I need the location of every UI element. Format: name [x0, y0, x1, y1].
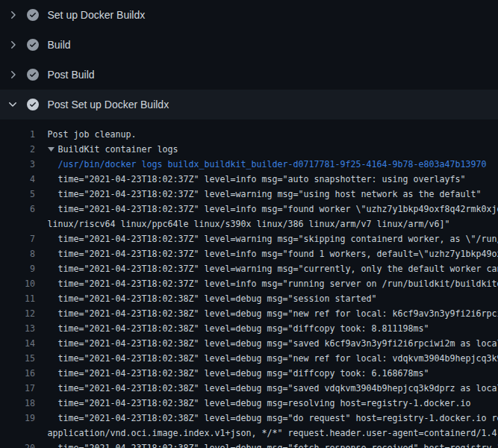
line-number[interactable]: 10 [0, 276, 35, 291]
line-number[interactable]: 5 [0, 187, 35, 202]
chevron-down-icon[interactable] [7, 99, 19, 111]
log-line-16: 16 time="2021-04-23T18:02:38Z" level=deb… [0, 366, 498, 381]
line-number[interactable]: 6 [0, 202, 35, 217]
log-text: time="2021-04-23T18:02:38Z" level=debug … [48, 443, 498, 448]
log-line-5: 5 time="2021-04-23T18:02:37Z" level=warn… [0, 187, 498, 202]
step-label: Post Set up Docker Buildx [48, 97, 169, 112]
log-text: time="2021-04-23T18:02:38Z" level=debug … [48, 383, 498, 393]
step-row-3[interactable]: Post Build [0, 60, 498, 90]
group-caret-icon[interactable] [48, 147, 55, 152]
log-line-6: 6 time="2021-04-23T18:02:37Z" level=info… [0, 202, 498, 217]
log-line-9: 9 time="2021-04-23T18:02:37Z" level=warn… [0, 261, 498, 276]
line-number[interactable]: 3 [0, 157, 35, 172]
log-text: /usr/bin/docker logs buildx_buildkit_bui… [48, 159, 487, 169]
log-line-19-wrap: application/vnd.oci.image.index.v1+json,… [0, 426, 498, 441]
line-number[interactable]: 7 [0, 231, 35, 246]
line-number[interactable]: 16 [0, 366, 35, 381]
log-text: Post job cleanup. [48, 129, 137, 140]
line-number[interactable]: 20 [0, 441, 35, 448]
line-number[interactable]: 14 [0, 336, 35, 351]
step-row-2[interactable]: Build [0, 30, 498, 60]
log-text: time="2021-04-23T18:02:38Z" level=debug … [48, 308, 498, 319]
log-text: time="2021-04-23T18:02:37Z" level=info m… [48, 204, 498, 214]
check-circle-icon [27, 9, 39, 21]
log-line-4: 4 time="2021-04-23T18:02:37Z" level=info… [0, 172, 498, 187]
step-row-1[interactable]: Set up Docker Buildx [0, 0, 498, 30]
log-line-10: 10 time="2021-04-23T18:02:37Z" level=inf… [0, 276, 498, 291]
line-number[interactable]: 11 [0, 291, 35, 306]
log-text: time="2021-04-23T18:02:38Z" level=debug … [48, 293, 377, 304]
log-line-2: 2BuildKit container logs [0, 142, 498, 157]
line-number[interactable]: 2 [0, 142, 35, 157]
log-text: time="2021-04-23T18:02:38Z" level=debug … [48, 398, 471, 408]
line-number[interactable]: 13 [0, 321, 35, 336]
log-text: time="2021-04-23T18:02:37Z" level=warnin… [48, 234, 498, 244]
line-number[interactable]: 19 [0, 411, 35, 426]
log-text: time="2021-04-23T18:02:37Z" level=warnin… [48, 189, 482, 199]
log-text: application/vnd.oci.image.index.v1+json,… [48, 428, 498, 438]
chevron-right-icon[interactable] [7, 39, 19, 51]
log-line-15: 15 time="2021-04-23T18:02:38Z" level=deb… [0, 351, 498, 366]
step-label: Set up Docker Buildx [48, 7, 146, 22]
line-number[interactable]: 8 [0, 246, 35, 261]
steps-list: Set up Docker BuildxBuildPost BuildPost … [0, 0, 498, 119]
log-text: time="2021-04-23T18:02:38Z" level=debug … [48, 413, 498, 423]
check-circle-icon [27, 69, 39, 81]
line-number[interactable]: 4 [0, 172, 35, 187]
log-line-11: 11 time="2021-04-23T18:02:38Z" level=deb… [0, 291, 498, 306]
chevron-right-icon[interactable] [7, 9, 19, 21]
line-number[interactable]: 17 [0, 381, 35, 396]
log-line-13: 13 time="2021-04-23T18:02:38Z" level=deb… [0, 321, 498, 336]
log-text[interactable]: BuildKit container logs [48, 142, 178, 157]
line-number[interactable]: 12 [0, 306, 35, 321]
check-circle-icon [27, 99, 39, 111]
log-text: time="2021-04-23T18:02:38Z" level=debug … [48, 353, 498, 364]
log-line-20: 20 time="2021-04-23T18:02:38Z" level=deb… [0, 441, 498, 448]
log-text: time="2021-04-23T18:02:37Z" level=warnin… [48, 264, 498, 274]
step-label: Build [48, 37, 71, 52]
log-line-14: 14 time="2021-04-23T18:02:38Z" level=deb… [0, 336, 498, 351]
chevron-right-icon[interactable] [7, 69, 19, 81]
log-line-7: 7 time="2021-04-23T18:02:37Z" level=warn… [0, 231, 498, 246]
log-text: time="2021-04-23T18:02:38Z" level=debug … [48, 338, 498, 349]
line-number[interactable]: 9 [0, 261, 35, 276]
line-number[interactable]: 1 [0, 127, 35, 142]
step-label: Post Build [48, 67, 95, 82]
log-line-12: 12 time="2021-04-23T18:02:38Z" level=deb… [0, 306, 498, 321]
log-text: time="2021-04-23T18:02:38Z" level=debug … [48, 323, 429, 334]
log-text: linux/riscv64 linux/ppc64le linux/s390x … [48, 219, 450, 229]
log-line-18: 18 time="2021-04-23T18:02:38Z" level=deb… [0, 396, 498, 411]
log-text: time="2021-04-23T18:02:38Z" level=debug … [48, 368, 429, 379]
log-line-3: 3 /usr/bin/docker logs buildx_buildkit_b… [0, 157, 498, 172]
check-circle-icon [27, 39, 39, 51]
log-line-17: 17 time="2021-04-23T18:02:38Z" level=deb… [0, 381, 498, 396]
log-text: time="2021-04-23T18:02:37Z" level=info m… [48, 279, 498, 289]
log-line-1: 1Post job cleanup. [0, 127, 498, 142]
log-view: 1Post job cleanup.2BuildKit container lo… [0, 119, 498, 448]
log-line-19: 19 time="2021-04-23T18:02:38Z" level=deb… [0, 411, 498, 426]
log-text: time="2021-04-23T18:02:37Z" level=info m… [48, 249, 498, 259]
log-line-6-wrap: linux/riscv64 linux/ppc64le linux/s390x … [0, 217, 498, 231]
step-row-4[interactable]: Post Set up Docker Buildx [0, 90, 498, 119]
log-line-8: 8 time="2021-04-23T18:02:37Z" level=info… [0, 246, 498, 261]
line-number[interactable]: 18 [0, 396, 35, 411]
line-number[interactable]: 15 [0, 351, 35, 366]
log-text: time="2021-04-23T18:02:37Z" level=info m… [48, 174, 466, 184]
